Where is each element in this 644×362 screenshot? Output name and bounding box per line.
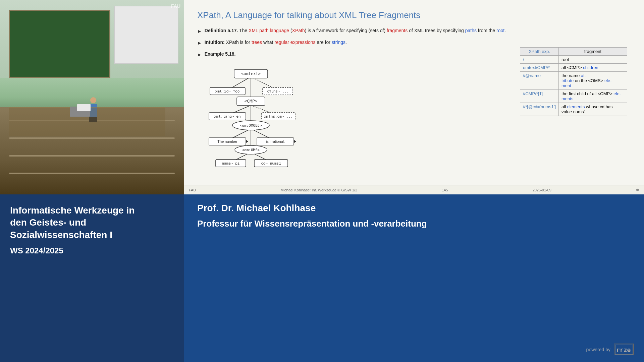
- svg-text:<omtext>: <omtext>: [241, 71, 261, 76]
- powered-by-section: powered by rrze: [586, 344, 634, 355]
- svg-text:<om:OMS>: <om:OMS>: [242, 148, 260, 152]
- svg-text:rrze: rrze: [616, 346, 631, 353]
- slide-title: XPath, A Language for talking about XML …: [197, 10, 631, 20]
- svg-text:<CMP>: <CMP>: [244, 99, 257, 104]
- svg-text:The number: The number: [217, 139, 237, 143]
- svg-text:xmlns~ ...: xmlns~ ...: [267, 89, 289, 94]
- svg-marker-27: [246, 140, 248, 143]
- svg-text:xml:id~ foo: xml:id~ foo: [215, 89, 240, 94]
- svg-text:xmlns:om~ ...: xmlns:om~ ...: [264, 114, 293, 119]
- xpath-cell: /: [520, 56, 559, 64]
- svg-text:is irrational.: is irrational.: [266, 139, 285, 143]
- slide-footer: FAU Michael Kohlhase: Inf. Werkzeuge © G…: [184, 185, 644, 194]
- fragment-cell: the name at-tribute on the <OMS> ele-men…: [559, 72, 627, 90]
- presenter-name: Prof. Dr. Michael Kohlhase: [197, 203, 631, 214]
- root-text: root: [496, 28, 504, 33]
- xpath-col-header: XPath exp.: [520, 48, 559, 56]
- course-semester: WS 2024/2025: [10, 246, 174, 255]
- course-title: Informatische Werkzeuge in den Geistes- …: [10, 204, 174, 241]
- strings-text: strings: [332, 40, 345, 45]
- footer-icon: ⊕: [636, 188, 639, 192]
- intuition-label: Intuition:: [205, 40, 225, 45]
- xpath-cell: //CMP/*[1]: [520, 90, 559, 103]
- svg-text:cd~ nums1: cd~ nums1: [261, 161, 281, 166]
- powered-by-label: powered by: [586, 347, 610, 352]
- svg-text:<om:OMOBJ>: <om:OMOBJ>: [240, 123, 262, 128]
- intuition-text: Intuition: XPath is for trees what regul…: [205, 39, 347, 47]
- svg-text:xml:lang~ en: xml:lang~ en: [214, 114, 240, 119]
- bottom-bar: Informatische Werkzeuge in den Geistes- …: [0, 194, 644, 362]
- svg-text:name~ pi: name~ pi: [222, 161, 240, 166]
- table-row: //CMP/*[1] the first child of all <CMP> …: [520, 90, 627, 103]
- slide-left-content: ► Definition 5.17. The XML path language…: [197, 27, 513, 171]
- xpath-cell: //*[@cd='nums1']: [520, 103, 559, 116]
- xpath-cell: //@name: [520, 72, 559, 90]
- xml-path-language-text: XML path language: [249, 28, 289, 33]
- definition-bullet: ► Definition 5.17. The XML path language…: [197, 27, 513, 35]
- example-bullet: ► Example 5.18.: [197, 51, 513, 58]
- rrze-logo: rrze: [614, 344, 634, 355]
- regex-text: regular expressions: [274, 40, 315, 45]
- intuition-bullet: ► Intuition: XPath is for trees what reg…: [197, 39, 513, 47]
- bullet-arrow-1: ►: [197, 28, 202, 35]
- bullet-arrow-3: ►: [197, 51, 202, 58]
- table-row: / root: [520, 56, 627, 64]
- slide-panel: XPath, A Language for talking about XML …: [184, 0, 644, 194]
- course-info-panel: Informatische Werkzeuge in den Geistes- …: [0, 194, 184, 362]
- fau-watermark: FAU: [171, 3, 180, 9]
- tree-svg: <omtext> xml:id~ foo xmlns~ ... <CMP> xm…: [197, 63, 305, 171]
- fragment-cell: all <CMP> children: [559, 64, 627, 72]
- fragment-col-header: fragment: [559, 48, 627, 56]
- presenter-role: Professur für Wissensrepräsentation und …: [197, 219, 631, 229]
- svg-marker-30: [294, 140, 296, 143]
- xpath-table: XPath exp. fragment / root omtext/CMP/* …: [520, 47, 627, 116]
- fragment-cell: all elements whose cd has value nums1: [559, 103, 627, 116]
- lecture-hall-video: FAU: [0, 0, 184, 194]
- xml-tree-diagram: <omtext> xml:id~ foo xmlns~ ... <CMP> xm…: [197, 63, 305, 171]
- paths-text: paths: [465, 28, 477, 33]
- definition-text: Definition 5.17. The XML path language (…: [205, 27, 506, 35]
- fragment-cell: root: [559, 56, 627, 64]
- fragment-cell: the first child of all <CMP> ele-ments: [559, 90, 627, 103]
- footer-date: 2025-01-09: [533, 188, 551, 192]
- table-row: //*[@cd='nums1'] all elements whose cd h…: [520, 103, 627, 116]
- fragments-text: fragments: [387, 28, 408, 33]
- bullet-arrow-2: ►: [197, 40, 202, 47]
- xpath-abbrev-text: XPath: [292, 28, 305, 33]
- footer-attribution: Michael Kohlhase: Inf. Werkzeuge © G/SW …: [280, 188, 357, 192]
- example-label: Example 5.18.: [205, 51, 236, 58]
- footer-fau: FAU: [189, 188, 196, 192]
- xpath-table-container: XPath exp. fragment / root omtext/CMP/* …: [520, 47, 631, 171]
- footer-page: 145: [442, 188, 448, 192]
- xpath-cell: omtext/CMP/*: [520, 64, 559, 72]
- trees-text: trees: [252, 40, 262, 45]
- table-row: omtext/CMP/* all <CMP> children: [520, 64, 627, 72]
- table-row: //@name the name at-tribute on the <OMS>…: [520, 72, 627, 90]
- presenter-info-panel: Prof. Dr. Michael Kohlhase Professur für…: [184, 194, 644, 362]
